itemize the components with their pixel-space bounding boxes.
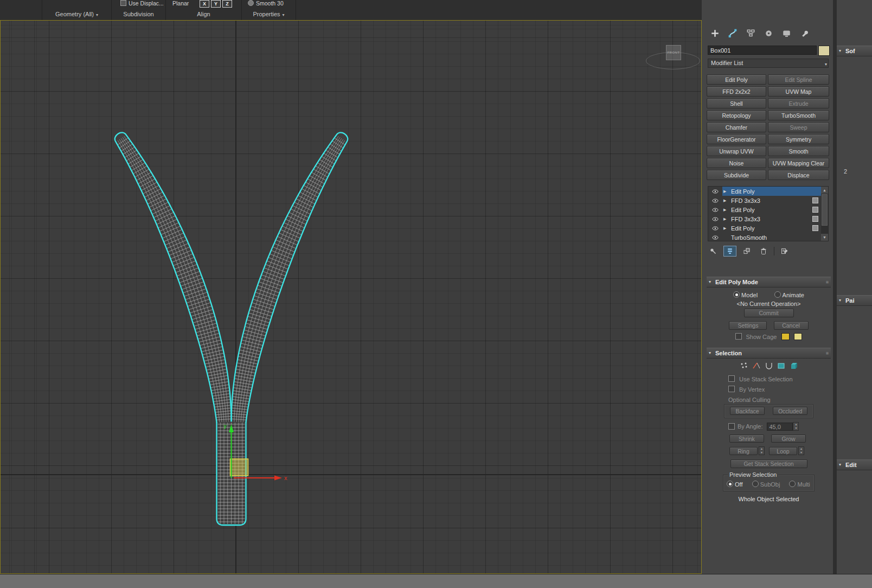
loop-spinner[interactable]: ▲▼ — [798, 446, 804, 455]
by-vertex-checkbox[interactable] — [728, 386, 735, 392]
stack-row-edit-poly[interactable]: ▶Edit Poly — [708, 223, 821, 233]
modifier-toggle-square[interactable] — [812, 207, 818, 213]
create-tab-icon[interactable] — [708, 26, 721, 40]
stack-row-edit-poly[interactable]: ▶Edit Poly — [708, 205, 821, 214]
modifier-button-smooth[interactable]: Smooth — [768, 146, 829, 156]
modifier-button-retopology[interactable]: Retopology — [707, 110, 766, 120]
modifier-button-symmetry[interactable]: Symmetry — [768, 134, 829, 144]
axis-z-key[interactable]: Z — [222, 0, 232, 8]
expand-arrow-icon[interactable]: ▶ — [723, 217, 729, 221]
expand-arrow-icon[interactable]: ▶ — [723, 189, 729, 194]
planar-button[interactable]: Planar — [172, 0, 189, 7]
make-unique-icon[interactable] — [740, 246, 753, 257]
spin-down-icon[interactable]: ▼ — [760, 451, 763, 454]
preview-subobj-radio[interactable]: SubObj — [752, 481, 780, 488]
configure-modifier-sets-icon[interactable] — [778, 246, 791, 257]
remove-modifier-trash-icon[interactable] — [757, 246, 770, 257]
axis-x-key[interactable]: X — [200, 0, 209, 8]
spin-up-icon[interactable]: ▲ — [795, 423, 798, 426]
spin-up-icon[interactable]: ▲ — [800, 447, 803, 450]
occluded-button[interactable]: Occluded — [773, 407, 807, 415]
scroll-down-icon[interactable]: ▼ — [821, 234, 828, 241]
stack-row-ffd-3x3x3[interactable]: ▶FFD 3x3x3 — [708, 196, 821, 205]
use-displacement-toggle[interactable]: Use Displac... — [120, 0, 164, 7]
visibility-eye-icon[interactable] — [708, 223, 722, 233]
by-angle-spinner[interactable]: ▲▼ — [793, 422, 799, 431]
by-angle-value-field[interactable]: 45,0 — [767, 423, 793, 431]
model-radio[interactable]: Model — [733, 292, 758, 298]
panel-splitter[interactable] — [833, 0, 837, 574]
spin-up-icon[interactable]: ▲ — [760, 447, 763, 450]
modifier-button-shell[interactable]: Shell — [707, 98, 766, 108]
modifier-button-chamfer[interactable]: Chamfer — [707, 122, 766, 132]
animate-radio[interactable]: Animate — [774, 292, 804, 298]
ribbon-group-geometry[interactable]: Geometry (All)▾ — [42, 9, 111, 19]
scroll-up-icon[interactable]: ▲ — [821, 187, 828, 194]
modifier-button-sweep[interactable]: Sweep — [768, 122, 829, 132]
use-stack-selection-checkbox[interactable] — [728, 375, 735, 382]
cancel-button[interactable]: Cancel — [774, 321, 809, 330]
stack-row-edit-poly[interactable]: ▶Edit Poly — [708, 187, 821, 196]
by-angle-checkbox[interactable] — [728, 423, 735, 430]
modifier-button-edit-spline[interactable]: Edit Spline — [768, 74, 829, 85]
modifier-button-floorgenerator[interactable]: FloorGenerator — [707, 134, 766, 144]
modifier-button-edit-poly[interactable]: Edit Poly — [707, 74, 766, 85]
modifier-toggle-square[interactable] — [812, 216, 818, 222]
show-end-result-icon[interactable] — [723, 246, 736, 257]
smooth-30-button[interactable]: Smooth 30 — [248, 0, 284, 7]
modify-tab-icon[interactable] — [726, 26, 739, 40]
visibility-eye-icon[interactable] — [708, 233, 722, 241]
pin-stack-icon[interactable] — [707, 246, 720, 257]
modifier-button-displace[interactable]: Displace — [768, 170, 829, 180]
visibility-eye-icon[interactable] — [708, 187, 722, 196]
use-stack-selection-row[interactable]: Use Stack Selection — [728, 375, 831, 382]
grow-button[interactable]: Grow — [771, 434, 806, 443]
scrollbar-thumb[interactable] — [822, 194, 828, 226]
modifier-button-unwrap-uvw[interactable]: Unwrap UVW — [707, 146, 766, 156]
stack-row-turbosmooth[interactable]: TurboSmooth — [708, 233, 821, 241]
commit-button[interactable]: Commit — [744, 309, 794, 317]
spin-down-icon[interactable]: ▼ — [795, 426, 798, 430]
polygon-subobject-icon[interactable] — [777, 361, 786, 371]
settings-button[interactable]: Settings — [729, 321, 767, 330]
expand-arrow-icon[interactable]: ▶ — [723, 208, 729, 212]
hierarchy-tab-icon[interactable] — [744, 26, 757, 40]
rollout-header-paint[interactable]: ▾ Pai — [837, 295, 872, 306]
modifier-button-ffd-2x2x2[interactable]: FFD 2x2x2 — [707, 86, 766, 97]
axis-y-key[interactable]: Y — [211, 0, 221, 8]
modifier-button-subdivide[interactable]: Subdivide — [707, 170, 766, 180]
modifier-button-uvw-map[interactable]: UVW Map — [768, 86, 829, 97]
rollout-header-selection[interactable]: ▾ Selection ≡ — [707, 348, 831, 359]
expand-arrow-icon[interactable]: ▶ — [723, 226, 729, 231]
backface-button[interactable]: Backface — [730, 407, 765, 415]
rollout-header-edit-poly-mode[interactable]: ▾ Edit Poly Mode ≡ — [707, 277, 831, 287]
display-tab-icon[interactable] — [780, 26, 793, 40]
modifier-button-noise[interactable]: Noise — [707, 158, 766, 168]
stack-scrollbar[interactable]: ▲ ▼ — [821, 187, 828, 241]
object-color-swatch[interactable] — [818, 46, 830, 56]
ribbon-group-subdivision[interactable]: Subdivision — [112, 9, 165, 19]
modifier-button-turbosmooth[interactable]: TurboSmooth — [768, 110, 829, 120]
expand-arrow-icon[interactable]: ▶ — [723, 199, 729, 203]
border-subobject-icon[interactable] — [764, 361, 774, 371]
spin-down-icon[interactable]: ▼ — [800, 451, 803, 454]
modifier-list-dropdown[interactable]: Modifier List ▾ — [708, 59, 829, 68]
visibility-eye-icon[interactable] — [708, 205, 722, 214]
rollout-header-edit[interactable]: ▾ Edit — [837, 459, 872, 470]
utilities-tab-icon[interactable] — [798, 26, 811, 40]
visibility-eye-icon[interactable] — [708, 214, 722, 223]
rollout-header-soft-selection[interactable]: ▾ Sof — [837, 46, 872, 56]
modifier-toggle-square[interactable] — [812, 197, 818, 203]
by-vertex-row[interactable]: By Vertex — [728, 386, 831, 393]
ribbon-group-align[interactable]: Align — [166, 9, 241, 19]
modifier-button-extrude[interactable]: Extrude — [768, 98, 829, 108]
ring-spinner[interactable]: ▲▼ — [759, 446, 765, 455]
ring-button[interactable]: Ring — [729, 447, 758, 455]
modifier-button-uvw-mapping-clear[interactable]: UVW Mapping Clear — [768, 158, 829, 168]
ribbon-group-properties[interactable]: Properties▾ — [242, 9, 296, 19]
cage-color-swatch[interactable] — [781, 333, 790, 340]
show-cage-checkbox[interactable] — [735, 333, 742, 340]
shrink-button[interactable]: Shrink — [729, 434, 764, 443]
preview-off-radio[interactable]: Off — [727, 481, 743, 488]
cage-selected-color-swatch[interactable] — [794, 333, 802, 340]
